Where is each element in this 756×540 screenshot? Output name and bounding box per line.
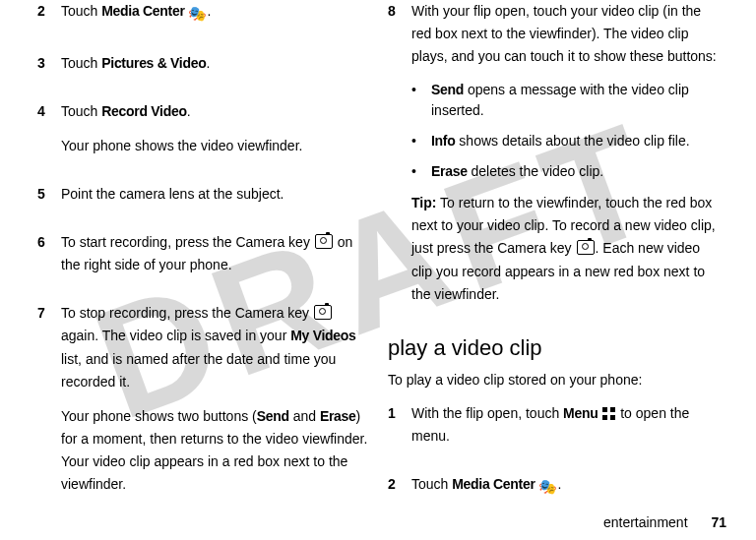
step-body: With your flip open, touch your video cl… bbox=[411, 0, 719, 318]
multimedia-icon: 🎭 bbox=[538, 475, 557, 500]
step-number: 6 bbox=[37, 231, 61, 288]
camera-icon bbox=[314, 305, 332, 320]
step-body: Touch Pictures & Video. bbox=[61, 52, 368, 87]
step-number: 3 bbox=[37, 52, 61, 87]
step-8: 8With your flip open, touch your video c… bbox=[388, 0, 719, 318]
step-body: Point the camera lens at the subject. bbox=[61, 183, 368, 217]
step-text: Touch Record Video. bbox=[61, 100, 368, 123]
step-number: 7 bbox=[37, 302, 61, 508]
right-column: 8With your flip open, touch your video c… bbox=[378, 0, 728, 502]
bullet-item: Info shows details about the video clip … bbox=[411, 131, 719, 151]
step-body: Touch Record Video.Your phone shows the … bbox=[61, 100, 368, 169]
section-intro: To play a video clip stored on your phon… bbox=[388, 369, 719, 390]
page-content: 2Touch Media Center 🎭.3Touch Pictures & … bbox=[0, 0, 756, 502]
step-followup: Your phone shows the video viewfinder. bbox=[61, 135, 368, 157]
step-4: 4Touch Record Video.Your phone shows the… bbox=[37, 100, 368, 169]
bold-term: My Videos bbox=[290, 328, 355, 343]
step-7: 7To stop recording, press the Camera key… bbox=[37, 302, 368, 508]
tip-label: Tip: bbox=[411, 195, 436, 210]
step-number: 4 bbox=[37, 100, 61, 169]
step-number: 2 bbox=[388, 473, 411, 511]
step-5: 5Point the camera lens at the subject. bbox=[37, 183, 368, 217]
camera-icon bbox=[315, 234, 333, 249]
step-number: 8 bbox=[388, 0, 411, 318]
step-body: To stop recording, press the Camera key … bbox=[61, 302, 368, 508]
bullet-list: Send opens a message with the video clip… bbox=[411, 80, 719, 182]
step-1: 1With the flip open, touch Menu to open … bbox=[388, 402, 719, 459]
step-2: 2Touch Media Center 🎭. bbox=[37, 0, 368, 38]
grid-icon bbox=[602, 407, 615, 420]
bold-term: Erase bbox=[320, 408, 356, 424]
tip-text: Tip: To return to the viewfinder, touch … bbox=[411, 192, 719, 305]
bold-term: Info bbox=[431, 133, 455, 149]
footer-section: entertainment bbox=[603, 514, 688, 530]
bold-term: Send bbox=[257, 408, 289, 424]
camera-icon bbox=[577, 240, 595, 255]
bullet-item: Erase deletes the video clip. bbox=[411, 161, 719, 182]
bold-term: Erase bbox=[431, 163, 468, 179]
footer-page-number: 71 bbox=[711, 514, 726, 530]
step-number: 1 bbox=[388, 402, 411, 459]
step-text: Touch Pictures & Video. bbox=[61, 52, 368, 75]
bold-term: Pictures & Video bbox=[101, 55, 206, 71]
bold-term: Send bbox=[431, 82, 464, 97]
step-body: Touch Media Center 🎭. bbox=[61, 0, 368, 38]
left-column: 2Touch Media Center 🎭.3Touch Pictures & … bbox=[28, 0, 378, 502]
step-followup: Your phone shows two buttons (Send and E… bbox=[61, 405, 368, 496]
step-body: To start recording, press the Camera key… bbox=[61, 231, 368, 288]
step-text: With the flip open, touch Menu to open t… bbox=[411, 402, 719, 448]
bold-term: Record Video bbox=[101, 103, 186, 119]
bold-term: Media Center bbox=[452, 476, 535, 492]
bullet-item: Send opens a message with the video clip… bbox=[411, 80, 719, 121]
step-text: Point the camera lens at the subject. bbox=[61, 183, 368, 206]
bold-term: Media Center bbox=[101, 3, 184, 19]
step-body: With the flip open, touch Menu to open t… bbox=[411, 402, 719, 459]
step-body: Touch Media Center 🎭. bbox=[411, 473, 719, 511]
step-number: 2 bbox=[37, 0, 61, 38]
section-heading: play a video clip bbox=[388, 335, 719, 361]
step-text: Touch Media Center 🎭. bbox=[61, 0, 368, 27]
step-text: With your flip open, touch your video cl… bbox=[411, 0, 719, 68]
step-2: 2Touch Media Center 🎭. bbox=[388, 473, 719, 511]
step-text: To start recording, press the Camera key… bbox=[61, 231, 368, 276]
page-footer: entertainment 71 bbox=[603, 514, 726, 530]
step-text: To stop recording, press the Camera key … bbox=[61, 302, 368, 392]
bold-term: Menu bbox=[563, 405, 598, 421]
step-3: 3Touch Pictures & Video. bbox=[37, 52, 368, 87]
multimedia-icon: 🎭 bbox=[188, 2, 207, 27]
step-6: 6To start recording, press the Camera ke… bbox=[37, 231, 368, 288]
step-number: 5 bbox=[37, 183, 61, 217]
step-text: Touch Media Center 🎭. bbox=[411, 473, 719, 500]
